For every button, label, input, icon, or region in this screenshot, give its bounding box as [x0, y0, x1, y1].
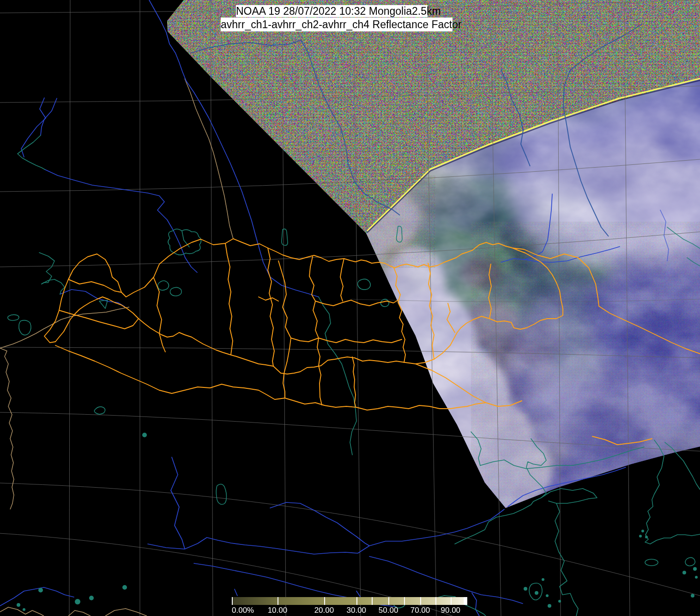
lake [157, 281, 181, 296]
border-line [68, 610, 91, 616]
colorbar-tick [388, 597, 389, 605]
river [0, 587, 74, 606]
river [171, 457, 185, 549]
colorbar-label: 70.00 [410, 606, 430, 615]
colorbar-tick [404, 597, 405, 605]
colorbar-tick [356, 597, 357, 605]
lake [168, 229, 201, 255]
title-line-1: NOAA 19 28/07/2022 10:32 Mongolia2.5km [236, 5, 428, 17]
border-line-south [55, 345, 486, 410]
colorbar: 0.00%10.0020.0030.0050.0070.0090.00 [231, 595, 468, 616]
colorbar-tick [324, 597, 325, 605]
colorbar-label: 20.00 [314, 606, 334, 615]
lake [357, 279, 389, 306]
coastline [541, 489, 597, 503]
coastline [42, 279, 65, 294]
title-line-2: avhrr_ch1-avhrr_ch2-avhrr_ch4 Reflectanc… [221, 18, 453, 31]
lake [99, 300, 108, 308]
border-line [0, 348, 14, 509]
lake [282, 229, 288, 246]
colorbar-tick [278, 597, 278, 605]
colorbar-tick [372, 597, 373, 605]
island [685, 557, 695, 566]
coastline [39, 253, 54, 284]
coastline [555, 503, 578, 616]
colorbar-tick [464, 597, 465, 605]
coastline [319, 297, 356, 455]
small-lakes [17, 433, 147, 611]
country-border-west [44, 239, 233, 343]
river [41, 98, 57, 135]
colorbar-label: 90.00 [441, 606, 461, 615]
border-line [185, 79, 233, 239]
satellite-image-viewport: NOAA 19 28/07/2022 10:32 Mongolia2.5km a… [0, 0, 700, 616]
river [235, 589, 237, 596]
border-line [0, 307, 129, 348]
colorbar-label: 30.00 [347, 606, 367, 615]
lake [216, 484, 226, 504]
coastline [18, 135, 45, 169]
colorbar-tick [451, 597, 452, 605]
satellite-scene [0, 0, 700, 616]
border-line [0, 607, 44, 616]
meridian-line [211, 0, 213, 616]
parallel-line [0, 483, 700, 596]
colorbar-label: 50.00 [379, 606, 398, 615]
colorbar-label: 10.00 [268, 606, 288, 615]
lake [8, 314, 31, 335]
colorbar-tick [420, 597, 421, 605]
island-jeju [645, 559, 658, 566]
lake [94, 407, 105, 414]
small-islands [524, 530, 698, 608]
colorbar-tick [435, 597, 436, 605]
meridian-line [69, 0, 70, 616]
colorbar-gradient [232, 597, 467, 605]
border-line [105, 609, 147, 616]
river [148, 509, 504, 554]
colorbar-label: 0.00% [232, 606, 254, 615]
river [45, 169, 197, 272]
colorbar-tick [232, 597, 233, 605]
river [472, 593, 479, 616]
